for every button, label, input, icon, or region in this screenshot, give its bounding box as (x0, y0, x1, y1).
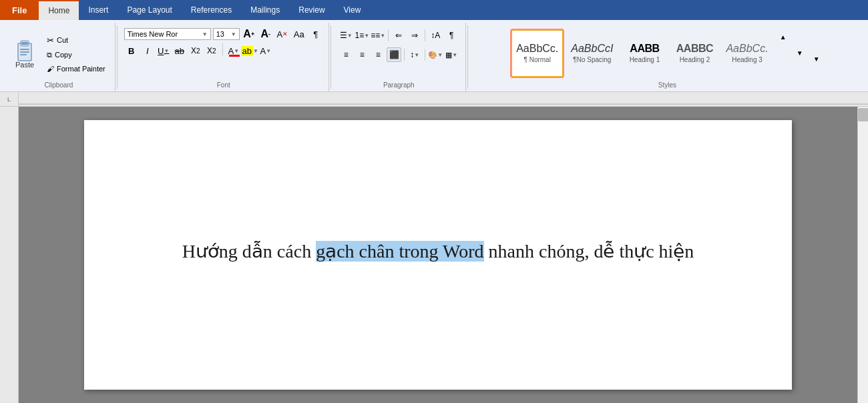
cut-icon: ✂ (47, 35, 54, 45)
paste-label: Paste (15, 61, 34, 69)
font-size-input[interactable]: 13 ▼ (213, 28, 240, 40)
show-para-marks-button[interactable]: ¶ (444, 28, 459, 43)
font-group: Times New Ror ▼ 13 ▼ A+ A- A✕ Aa ¶ B I U… (119, 23, 329, 91)
ruler-corner[interactable]: L (0, 92, 19, 107)
font-shrink-button[interactable]: A- (258, 27, 273, 41)
document-area: Hướng dẫn cách gạch chân trong Word nhan… (0, 107, 868, 403)
svg-rect-2 (21, 42, 28, 45)
style-heading1-label: Heading 1 (630, 56, 660, 63)
font-color-button[interactable]: A ▼ (226, 43, 241, 58)
left-ruler (0, 107, 19, 403)
svg-rect-4 (20, 51, 29, 53)
paragraph-group: ☰▼ 1≡▼ ≡≡▼ ⇐ ⇒ ↕A ¶ ≡ ≡ ≡ ⬛ ↕▼ 🎨▼ ▦▼ (333, 23, 466, 91)
style-normal-label: ¶ Normal (524, 56, 551, 63)
font-name-value: Times New Ror (128, 30, 178, 38)
format-painter-label: Format Painter (57, 65, 105, 73)
file-tab[interactable]: File (0, 0, 39, 20)
font-grow-button[interactable]: A+ (242, 27, 256, 41)
paste-button[interactable]: Paste (8, 36, 41, 72)
font-size-dropdown-icon: ▼ (231, 31, 236, 37)
paragraph-label: Paragraph (383, 81, 415, 89)
bullets-button[interactable]: ☰▼ (339, 28, 353, 43)
tab-page-layout[interactable]: Page Layout (118, 0, 181, 20)
format-painter-button[interactable]: 🖌 Format Painter (43, 63, 110, 75)
scrollbar-thumb[interactable] (858, 108, 869, 121)
strikethrough-button[interactable]: ab (172, 43, 187, 58)
ruler-scale (19, 92, 868, 107)
font-name-dropdown-icon: ▼ (202, 31, 208, 37)
multilevel-list-button[interactable]: ≡≡▼ (371, 28, 385, 43)
tab-references[interactable]: References (182, 0, 241, 20)
copy-button[interactable]: ⧉ Copy (43, 49, 110, 61)
cut-label: Cut (57, 36, 68, 44)
show-hide-button[interactable]: ¶ (308, 27, 323, 41)
svg-rect-3 (20, 49, 29, 50)
tab-review[interactable]: Review (289, 0, 334, 20)
styles-scroll-up[interactable]: ▲ (776, 29, 791, 44)
style-heading3-preview: AaBbCc. (726, 43, 768, 55)
copy-icon: ⧉ (47, 51, 52, 59)
style-no-spacing-button[interactable]: AaBbCcI ¶No Spacing (566, 29, 618, 77)
subscript-button[interactable]: X2 (188, 43, 203, 58)
align-right-button[interactable]: ≡ (371, 47, 385, 62)
align-center-button[interactable]: ≡ (355, 47, 369, 62)
styles-scroll-down[interactable]: ▼ (793, 46, 807, 61)
cut-button[interactable]: ✂ Cut (43, 33, 110, 47)
text-effect-button[interactable]: A▼ (258, 43, 273, 58)
styles-group: AaBbCc. ¶ Normal AaBbCcI ¶No Spacing AAB… (469, 23, 865, 91)
style-heading2-label: Heading 2 (680, 56, 710, 63)
justify-button[interactable]: ⬛ (387, 47, 401, 62)
style-heading3-label: Heading 3 (732, 56, 763, 63)
document-text[interactable]: Hướng dẫn cách gạch chân trong Word nhan… (138, 240, 738, 262)
italic-button[interactable]: I (140, 43, 155, 58)
styles-more[interactable]: ▼ (809, 51, 824, 66)
text-highlighted: gạch chân trong Word (316, 241, 483, 262)
paste-icon (14, 39, 35, 61)
style-normal-preview: AaBbCc. (516, 43, 558, 55)
underline-button[interactable]: U▼ (156, 43, 171, 58)
style-heading2-button[interactable]: AABBC Heading 2 (670, 29, 718, 77)
style-heading3-button[interactable]: AaBbCc. Heading 3 (720, 29, 773, 77)
tab-mailings[interactable]: Mailings (241, 0, 289, 20)
sort-button[interactable]: ↕A (428, 28, 443, 43)
increase-indent-button[interactable]: ⇒ (407, 28, 422, 43)
clipboard-label: Clipboard (44, 81, 73, 89)
style-no-spacing-label: ¶No Spacing (573, 56, 611, 63)
style-heading1-button[interactable]: AABB Heading 1 (620, 29, 668, 77)
highlight-button[interactable]: ab ▼ (242, 43, 257, 58)
font-label: Font (217, 81, 230, 89)
change-case-button[interactable]: Aa (292, 27, 306, 41)
text-before: Hướng dẫn cách (182, 241, 316, 262)
text-after: nhanh chóng, dễ thực hiện (484, 241, 694, 262)
style-normal-button[interactable]: AaBbCc. ¶ Normal (511, 29, 564, 77)
style-heading2-preview: AABBC (676, 43, 713, 55)
shading-button[interactable]: 🎨▼ (428, 47, 443, 62)
align-left-button[interactable]: ≡ (339, 47, 353, 62)
styles-label: Styles (658, 81, 676, 89)
tab-view[interactable]: View (335, 0, 371, 20)
style-heading1-preview: AABB (630, 43, 659, 55)
clear-format-button[interactable]: A✕ (275, 27, 290, 41)
numbering-button[interactable]: 1≡▼ (355, 28, 369, 43)
tab-home[interactable]: Home (39, 0, 79, 20)
document-page[interactable]: Hướng dẫn cách gạch chân trong Word nhan… (84, 120, 792, 390)
clipboard-group: Paste ✂ Cut ⧉ Copy 🖌 Format Painter Clip… (3, 23, 116, 91)
copy-label: Copy (55, 51, 72, 59)
superscript-button[interactable]: X2 (204, 43, 219, 58)
line-spacing-button[interactable]: ↕▼ (407, 47, 422, 62)
vertical-scrollbar[interactable] (857, 107, 868, 403)
svg-rect-6 (19, 92, 868, 107)
tab-insert[interactable]: Insert (79, 0, 118, 20)
decrease-indent-button[interactable]: ⇐ (391, 28, 406, 43)
style-no-spacing-preview: AaBbCcI (571, 43, 613, 55)
format-painter-icon: 🖌 (47, 65, 54, 73)
page-container[interactable]: Hướng dẫn cách gạch chân trong Word nhan… (19, 107, 857, 403)
ruler: L (0, 92, 868, 107)
svg-rect-5 (20, 54, 27, 55)
borders-button[interactable]: ▦▼ (444, 47, 459, 62)
bold-button[interactable]: B (124, 43, 139, 58)
font-name-input[interactable]: Times New Ror ▼ (124, 28, 211, 40)
font-size-value: 13 (216, 30, 224, 38)
